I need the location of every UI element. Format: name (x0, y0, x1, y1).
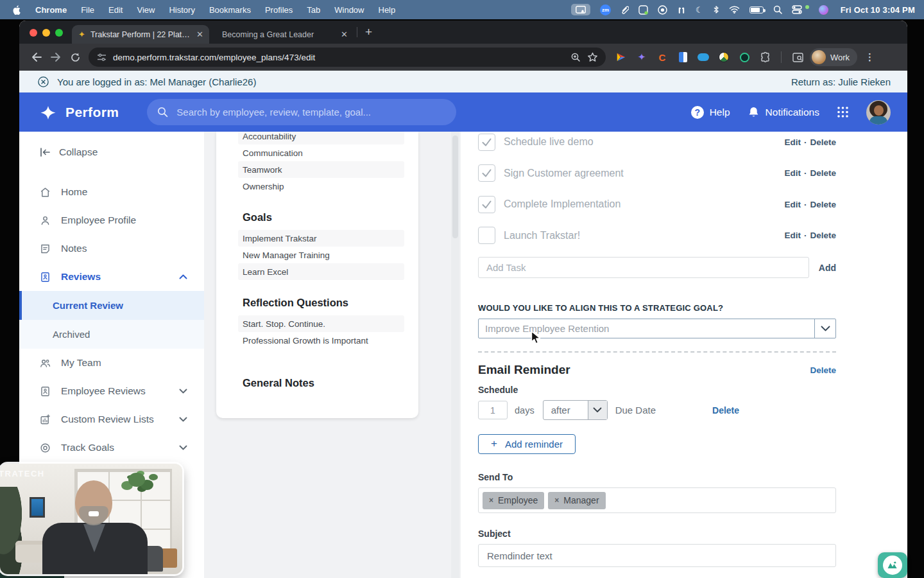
menu-edit[interactable]: Edit (108, 5, 123, 15)
task-edit-link[interactable]: Edit (784, 231, 801, 240)
back-icon[interactable] (27, 48, 46, 67)
menu-window[interactable]: Window (334, 5, 364, 15)
tab-trakstar-perform[interactable]: ✦ Trakstar Perform | 22 Platform ✕ (72, 25, 209, 44)
extension-green-ring-icon[interactable] (739, 51, 750, 63)
forward-icon[interactable] (46, 48, 65, 67)
task-checkbox-checked[interactable] (478, 196, 495, 213)
menu-tab[interactable]: Tab (307, 5, 320, 15)
camera-app-icon[interactable] (658, 5, 667, 15)
paperclip-icon[interactable] (620, 5, 629, 14)
task-delete-link[interactable]: Delete (810, 168, 836, 178)
outline-item[interactable]: Accountability (238, 132, 404, 144)
recorder-widget-button[interactable] (878, 552, 907, 578)
reload-icon[interactable] (65, 48, 85, 67)
perform-logo-icon[interactable] (38, 103, 58, 122)
extension-cloud-icon[interactable] (697, 51, 709, 63)
notifications-button[interactable]: Notifications (748, 106, 819, 119)
new-tab-button[interactable]: + (365, 25, 372, 39)
global-search[interactable] (147, 99, 456, 125)
dismiss-banner-icon[interactable] (38, 76, 49, 87)
remove-tag-icon[interactable]: × (554, 496, 559, 505)
wifi-icon[interactable] (729, 6, 740, 13)
task-edit-link[interactable]: Edit (784, 168, 801, 178)
sidebar-item-track-goals[interactable]: Track Goals (19, 434, 204, 462)
outline-item[interactable]: Teamwork (238, 161, 404, 178)
password-manager-icon[interactable] (638, 5, 648, 15)
outline-item[interactable]: Learn Excel (238, 263, 404, 280)
help-button[interactable]: ? Help (691, 106, 730, 119)
menu-file[interactable]: File (81, 5, 94, 15)
sidebar-item-my-team[interactable]: My Team (19, 349, 204, 377)
sidebar-item-reviews[interactable]: Reviews (19, 263, 204, 291)
user-avatar[interactable] (866, 100, 891, 125)
task-delete-link[interactable]: Delete (810, 231, 836, 240)
sidebar-item-employee-reviews[interactable]: Employee Reviews (19, 377, 204, 405)
tab-becoming-a-great-leader[interactable]: Becoming a Great Leader ✕ (209, 25, 354, 44)
extension-doc-icon[interactable] (677, 51, 689, 63)
search-input[interactable] (176, 107, 446, 118)
airpods-icon[interactable] (677, 6, 686, 14)
bookmark-star-icon[interactable] (587, 52, 598, 62)
screen-mirroring-icon[interactable] (571, 4, 590, 15)
minimize-window-button[interactable] (42, 29, 50, 37)
chrome-profile-button[interactable]: Work (810, 48, 857, 66)
subject-input[interactable] (478, 544, 836, 567)
zoom-app-icon[interactable]: zm (600, 4, 611, 15)
menu-chrome[interactable]: Chrome (35, 5, 67, 15)
add-task-input[interactable] (478, 257, 809, 278)
collapse-button[interactable]: Collapse (19, 132, 204, 158)
sidebar-item-current-review[interactable]: Current Review (19, 291, 204, 320)
menu-bookmarks[interactable]: Bookmarks (209, 5, 251, 15)
extension-sparkle-icon[interactable]: ✦ (636, 51, 647, 63)
recipient-tag-employee[interactable]: × Employee (483, 492, 544, 509)
chevron-down-icon[interactable] (588, 401, 607, 419)
task-checkbox-checked[interactable] (478, 134, 495, 151)
outline-item[interactable]: Ownership (238, 178, 404, 195)
scrollbar[interactable] (451, 132, 459, 578)
scrollbar-thumb[interactable] (452, 136, 458, 238)
task-edit-link[interactable]: Edit (784, 200, 801, 209)
chevron-down-icon[interactable] (814, 319, 835, 338)
sidebar-item-home[interactable]: Home (19, 178, 204, 206)
extension-c-icon[interactable]: C (656, 51, 668, 63)
delete-schedule-link[interactable]: Delete (712, 405, 739, 416)
menu-view[interactable]: View (137, 5, 155, 15)
menu-help[interactable]: Help (379, 5, 396, 15)
site-settings-icon[interactable] (97, 53, 107, 62)
outline-item[interactable]: Start. Stop. Continue. (238, 315, 404, 332)
sidebar-item-employee-profile[interactable]: Employee Profile (19, 206, 204, 234)
tab-close-icon[interactable]: ✕ (196, 30, 203, 39)
outline-item[interactable]: Implement Trakstar (238, 230, 404, 247)
task-delete-link[interactable]: Delete (810, 137, 836, 147)
days-input[interactable] (478, 401, 508, 419)
outline-item[interactable]: New Manager Training (238, 247, 404, 263)
brand-name[interactable]: Perform (65, 105, 119, 120)
menubar-clock[interactable]: Fri Oct 10 3:04 PM (841, 5, 915, 15)
sidebar-item-notes[interactable]: Notes (19, 234, 204, 263)
webcam-overlay[interactable]: ITRATECH (0, 464, 182, 574)
outline-item[interactable]: Communication (238, 144, 404, 161)
zoom-page-icon[interactable] (570, 52, 581, 62)
apps-grid-icon[interactable] (837, 106, 849, 118)
extension-pie-icon[interactable] (718, 51, 730, 63)
close-window-button[interactable] (30, 29, 37, 37)
add-reminder-button[interactable]: + Add reminder (478, 434, 576, 454)
focus-moon-icon[interactable]: ☾ (696, 5, 703, 15)
task-edit-link[interactable]: Edit (784, 137, 801, 147)
delete-reminder-link[interactable]: Delete (810, 365, 836, 375)
apple-logo-icon[interactable] (13, 5, 21, 15)
task-delete-link[interactable]: Delete (810, 200, 836, 209)
fullscreen-window-button[interactable] (55, 29, 63, 37)
battery-icon[interactable] (749, 6, 764, 13)
url-text[interactable]: demo.perform.trakstar.com/employee_plans… (113, 53, 564, 62)
bluetooth-icon[interactable] (713, 5, 719, 14)
remove-tag-icon[interactable]: × (489, 496, 493, 505)
outline-item[interactable]: Professional Growth is Important (238, 332, 404, 349)
task-checkbox-checked[interactable] (478, 164, 495, 182)
return-as-link[interactable]: Return as: Julie Rieken (791, 76, 891, 87)
menu-history[interactable]: History (169, 5, 194, 15)
send-to-input[interactable]: × Employee × Manager (478, 487, 836, 513)
task-checkbox-unchecked[interactable] (478, 227, 495, 244)
spotlight-icon[interactable] (773, 5, 782, 14)
siri-icon[interactable] (819, 5, 828, 15)
